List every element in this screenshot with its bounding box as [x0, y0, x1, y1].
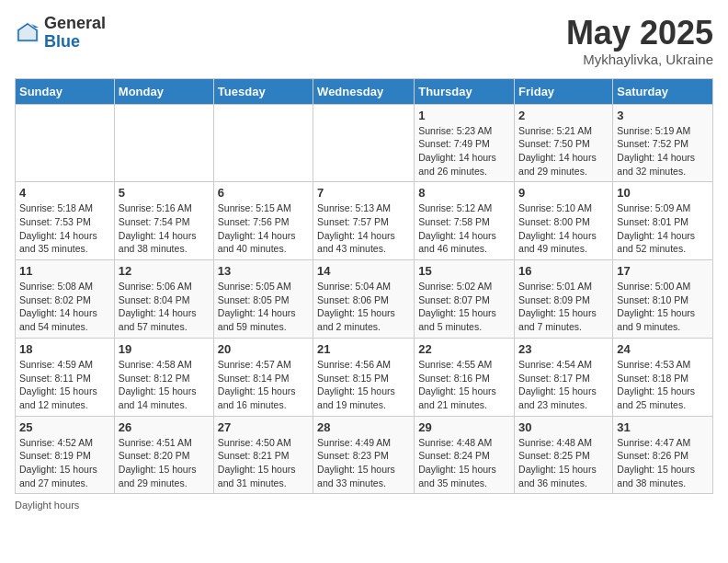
svg-marker-0: [17, 22, 39, 42]
month-title: May 2025: [566, 15, 713, 52]
day-cell: 10Sunrise: 5:09 AMSunset: 8:01 PMDayligh…: [613, 182, 713, 260]
day-info: Sunrise: 5:18 AMSunset: 7:53 PMDaylight:…: [19, 201, 110, 256]
day-cell: 19Sunrise: 4:58 AMSunset: 8:12 PMDayligh…: [114, 338, 213, 416]
day-cell: 5Sunrise: 5:16 AMSunset: 7:54 PMDaylight…: [114, 182, 213, 260]
day-number: 31: [617, 420, 709, 434]
day-info: Sunrise: 4:55 AMSunset: 8:16 PMDaylight:…: [418, 358, 510, 412]
week-row-3: 11Sunrise: 5:08 AMSunset: 8:02 PMDayligh…: [16, 260, 713, 339]
day-info: Sunrise: 5:01 AMSunset: 8:09 PMDaylight:…: [518, 280, 609, 334]
day-info: Sunrise: 5:19 AMSunset: 7:52 PMDaylight:…: [617, 124, 709, 178]
day-cell: 28Sunrise: 4:49 AMSunset: 8:23 PMDayligh…: [313, 416, 415, 494]
day-info: Sunrise: 4:52 AMSunset: 8:19 PMDaylight:…: [19, 436, 110, 490]
day-cell: 1Sunrise: 5:23 AMSunset: 7:49 PMDaylight…: [415, 104, 515, 182]
day-cell: 21Sunrise: 4:56 AMSunset: 8:15 PMDayligh…: [313, 338, 415, 416]
day-info: Sunrise: 4:58 AMSunset: 8:12 PMDaylight:…: [119, 358, 210, 412]
day-number: 20: [218, 342, 309, 356]
day-number: 14: [317, 264, 410, 278]
day-number: 26: [119, 420, 210, 434]
day-cell: 13Sunrise: 5:05 AMSunset: 8:05 PMDayligh…: [213, 260, 313, 339]
day-cell: 6Sunrise: 5:15 AMSunset: 7:56 PMDaylight…: [213, 182, 313, 260]
day-info: Sunrise: 5:05 AMSunset: 8:05 PMDaylight:…: [218, 280, 309, 334]
week-row-4: 18Sunrise: 4:59 AMSunset: 8:11 PMDayligh…: [16, 338, 713, 416]
day-cell: 8Sunrise: 5:12 AMSunset: 7:58 PMDaylight…: [415, 182, 515, 260]
day-info: Sunrise: 4:50 AMSunset: 8:21 PMDaylight:…: [218, 436, 309, 490]
day-info: Sunrise: 4:48 AMSunset: 8:25 PMDaylight:…: [518, 436, 609, 490]
logo-text: General Blue: [44, 15, 106, 52]
day-cell: 9Sunrise: 5:10 AMSunset: 8:00 PMDaylight…: [515, 182, 613, 260]
day-cell: 15Sunrise: 5:02 AMSunset: 8:07 PMDayligh…: [415, 260, 515, 339]
week-row-2: 4Sunrise: 5:18 AMSunset: 7:53 PMDaylight…: [16, 182, 713, 260]
day-info: Sunrise: 5:12 AMSunset: 7:58 PMDaylight:…: [418, 201, 510, 256]
day-cell: [16, 104, 115, 182]
day-cell: [213, 104, 313, 182]
day-number: 9: [518, 186, 609, 200]
day-cell: 4Sunrise: 5:18 AMSunset: 7:53 PMDaylight…: [16, 182, 115, 260]
day-number: 29: [418, 420, 510, 434]
day-cell: 3Sunrise: 5:19 AMSunset: 7:52 PMDaylight…: [613, 104, 713, 182]
col-header-thursday: Thursday: [415, 78, 515, 104]
day-number: 10: [617, 186, 709, 200]
day-cell: 18Sunrise: 4:59 AMSunset: 8:11 PMDayligh…: [16, 338, 115, 416]
day-cell: 25Sunrise: 4:52 AMSunset: 8:19 PMDayligh…: [16, 416, 115, 494]
day-info: Sunrise: 5:15 AMSunset: 7:56 PMDaylight:…: [218, 201, 309, 256]
day-number: 28: [317, 420, 410, 434]
calendar-header-row: SundayMondayTuesdayWednesdayThursdayFrid…: [16, 78, 713, 104]
day-info: Sunrise: 5:02 AMSunset: 8:07 PMDaylight:…: [418, 280, 510, 334]
day-cell: 7Sunrise: 5:13 AMSunset: 7:57 PMDaylight…: [313, 182, 415, 260]
day-number: 21: [317, 342, 410, 356]
day-cell: 27Sunrise: 4:50 AMSunset: 8:21 PMDayligh…: [213, 416, 313, 494]
day-info: Sunrise: 4:59 AMSunset: 8:11 PMDaylight:…: [19, 358, 110, 412]
day-info: Sunrise: 5:10 AMSunset: 8:00 PMDaylight:…: [518, 201, 609, 256]
day-cell: 31Sunrise: 4:47 AMSunset: 8:26 PMDayligh…: [613, 416, 713, 494]
day-info: Sunrise: 4:48 AMSunset: 8:24 PMDaylight:…: [418, 436, 510, 490]
day-info: Sunrise: 4:54 AMSunset: 8:17 PMDaylight:…: [518, 358, 609, 412]
day-number: 1: [418, 109, 510, 122]
location-subtitle: Mykhaylivka, Ukraine: [566, 52, 713, 67]
day-info: Sunrise: 5:13 AMSunset: 7:57 PMDaylight:…: [317, 201, 410, 256]
footer-text: Daylight hours: [15, 500, 79, 511]
day-number: 7: [317, 186, 410, 200]
day-cell: 14Sunrise: 5:04 AMSunset: 8:06 PMDayligh…: [313, 260, 415, 339]
col-header-sunday: Sunday: [16, 78, 115, 104]
day-number: 8: [418, 186, 510, 200]
day-number: 16: [518, 264, 609, 278]
day-cell: 23Sunrise: 4:54 AMSunset: 8:17 PMDayligh…: [515, 338, 613, 416]
col-header-monday: Monday: [114, 78, 213, 104]
day-number: 30: [518, 420, 609, 434]
day-cell: 12Sunrise: 5:06 AMSunset: 8:04 PMDayligh…: [114, 260, 213, 339]
day-number: 25: [19, 420, 110, 434]
day-number: 24: [617, 342, 709, 356]
day-number: 5: [119, 186, 210, 200]
day-number: 13: [218, 264, 309, 278]
day-number: 11: [19, 264, 110, 278]
logo: General Blue: [15, 15, 106, 52]
day-cell: 17Sunrise: 5:00 AMSunset: 8:10 PMDayligh…: [613, 260, 713, 339]
col-header-saturday: Saturday: [613, 78, 713, 104]
day-number: 4: [19, 186, 110, 200]
day-number: 23: [518, 342, 609, 356]
col-header-wednesday: Wednesday: [313, 78, 415, 104]
day-info: Sunrise: 4:56 AMSunset: 8:15 PMDaylight:…: [317, 358, 410, 412]
day-cell: 20Sunrise: 4:57 AMSunset: 8:14 PMDayligh…: [213, 338, 313, 416]
calendar-table: SundayMondayTuesdayWednesdayThursdayFrid…: [15, 78, 713, 495]
day-cell: 29Sunrise: 4:48 AMSunset: 8:24 PMDayligh…: [415, 416, 515, 494]
day-info: Sunrise: 4:47 AMSunset: 8:26 PMDaylight:…: [617, 436, 709, 490]
day-info: Sunrise: 5:00 AMSunset: 8:10 PMDaylight:…: [617, 280, 709, 334]
day-info: Sunrise: 5:06 AMSunset: 8:04 PMDaylight:…: [119, 280, 210, 334]
day-cell: 22Sunrise: 4:55 AMSunset: 8:16 PMDayligh…: [415, 338, 515, 416]
day-info: Sunrise: 5:04 AMSunset: 8:06 PMDaylight:…: [317, 280, 410, 334]
day-number: 18: [19, 342, 110, 356]
day-cell: 26Sunrise: 4:51 AMSunset: 8:20 PMDayligh…: [114, 416, 213, 494]
title-block: May 2025 Mykhaylivka, Ukraine: [566, 15, 713, 67]
day-number: 22: [418, 342, 510, 356]
day-info: Sunrise: 4:57 AMSunset: 8:14 PMDaylight:…: [218, 358, 309, 412]
day-number: 27: [218, 420, 309, 434]
day-number: 17: [617, 264, 709, 278]
footer: Daylight hours: [15, 500, 713, 511]
day-info: Sunrise: 5:08 AMSunset: 8:02 PMDaylight:…: [19, 280, 110, 334]
day-info: Sunrise: 4:49 AMSunset: 8:23 PMDaylight:…: [317, 436, 410, 490]
day-cell: 24Sunrise: 4:53 AMSunset: 8:18 PMDayligh…: [613, 338, 713, 416]
day-info: Sunrise: 4:53 AMSunset: 8:18 PMDaylight:…: [617, 358, 709, 412]
day-cell: 2Sunrise: 5:21 AMSunset: 7:50 PMDaylight…: [515, 104, 613, 182]
day-cell: [114, 104, 213, 182]
